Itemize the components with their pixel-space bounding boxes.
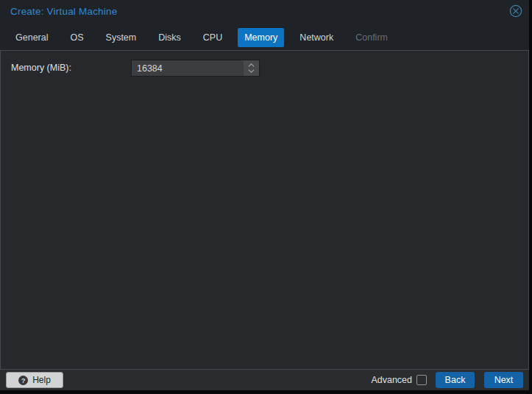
memory-field-label: Memory (MiB): xyxy=(11,60,131,77)
tab-disks[interactable]: Disks xyxy=(152,28,188,47)
tab-network[interactable]: Network xyxy=(293,28,340,47)
tab-memory[interactable]: Memory xyxy=(238,28,284,47)
help-button[interactable]: ? Help xyxy=(6,372,63,388)
tab-system[interactable]: System xyxy=(99,28,143,47)
memory-spinner[interactable] xyxy=(244,60,259,76)
dialog-footer: ? Help Advanced Back Next xyxy=(0,369,529,390)
memory-tab-panel: Memory (MiB): xyxy=(0,50,529,369)
memory-input[interactable] xyxy=(131,60,260,77)
memory-form-row: Memory (MiB): xyxy=(1,51,528,77)
advanced-checkbox[interactable] xyxy=(416,375,427,385)
tab-cpu[interactable]: CPU xyxy=(196,28,229,47)
advanced-label: Advanced xyxy=(371,375,412,385)
create-vm-dialog: Create: Virtual Machine General OS Syste… xyxy=(0,0,529,390)
spinner-down-icon[interactable] xyxy=(248,69,255,73)
next-button[interactable]: Next xyxy=(484,372,523,388)
tab-os[interactable]: OS xyxy=(63,28,90,47)
close-icon[interactable] xyxy=(509,4,522,18)
back-button[interactable]: Back xyxy=(436,372,475,388)
dialog-title: Create: Virtual Machine xyxy=(10,6,117,17)
dialog-titlebar: Create: Virtual Machine xyxy=(0,0,529,22)
footer-actions: Advanced Back Next xyxy=(371,372,523,388)
tab-general[interactable]: General xyxy=(9,28,54,47)
help-question-icon: ? xyxy=(18,376,28,385)
memory-spinner-field xyxy=(131,60,260,77)
spinner-up-icon[interactable] xyxy=(248,63,255,67)
wizard-tabbar: General OS System Disks CPU Memory Netwo… xyxy=(0,22,529,50)
help-button-label: Help xyxy=(32,375,51,385)
tab-confirm: Confirm xyxy=(349,28,394,47)
